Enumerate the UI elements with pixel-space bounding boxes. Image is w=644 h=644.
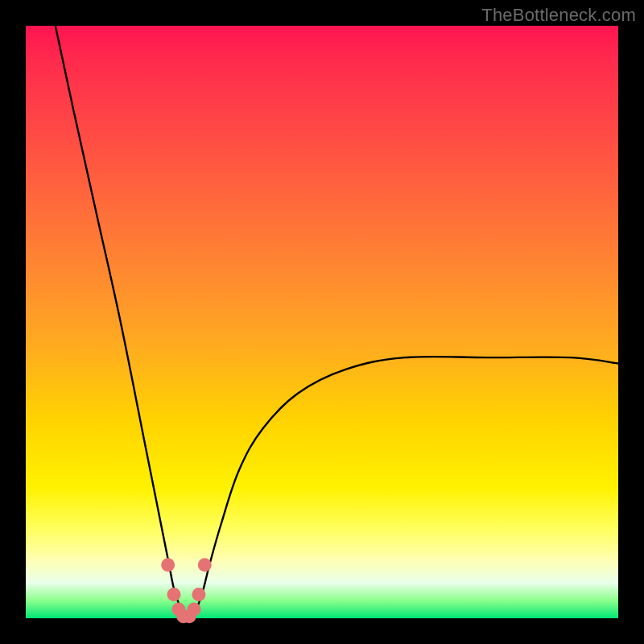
chart-frame: TheBottleneck.com xyxy=(0,0,644,644)
highlight-dot xyxy=(188,602,201,616)
highlight-dot xyxy=(167,588,181,601)
curve-group xyxy=(56,26,618,620)
highlight-dot xyxy=(161,558,175,572)
highlight-dot xyxy=(198,558,212,572)
highlight-dot xyxy=(192,588,205,601)
plot-area xyxy=(26,26,618,618)
highlight-dots xyxy=(161,558,212,623)
bottleneck-curve xyxy=(56,26,618,620)
watermark-text: TheBottleneck.com xyxy=(481,5,636,26)
bottleneck-curve-svg xyxy=(26,26,618,618)
